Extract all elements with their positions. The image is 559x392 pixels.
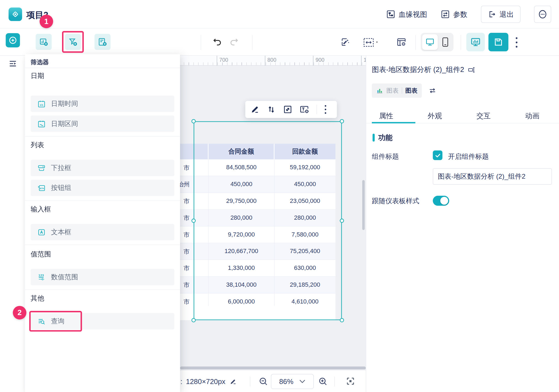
resize-mode-dropdown[interactable]: [363, 37, 379, 48]
app-logo-icon: [9, 7, 22, 21]
add-chart-button[interactable]: [36, 34, 52, 50]
enable-title-checkbox[interactable]: [433, 151, 442, 160]
cell-payment: 4,610,000: [275, 293, 335, 306]
filter-category-other: 其他: [31, 294, 44, 303]
query-search-icon: [37, 317, 46, 325]
params-button[interactable]: 参数: [441, 9, 467, 19]
filter-item-dropdown[interactable]: 下拉框: [31, 160, 174, 176]
calendar-range-icon: [37, 120, 46, 128]
properties-tab[interactable]: 外观: [428, 111, 442, 121]
mobile-view-button[interactable]: [439, 34, 452, 50]
filter-panel-title: 筛选器: [31, 58, 49, 66]
column-header-payment: 回款金额: [275, 144, 335, 159]
cell-payment: 29,185,200: [275, 277, 335, 294]
properties-tab[interactable]: 属性: [379, 111, 393, 121]
zoom-level-dropdown[interactable]: 86%: [271, 374, 314, 389]
header: 项目2 血缘视图: [0, 0, 559, 28]
filter-item-datetime[interactable]: 1/1 日期时间: [31, 96, 174, 112]
cell-contract: 1,330,000: [209, 260, 275, 277]
add-form-button[interactable]: [95, 34, 111, 50]
column-header-contract: 合同金额: [209, 144, 275, 159]
widget-more-icon[interactable]: [324, 104, 327, 114]
filter-item-query[interactable]: 查询: [31, 313, 174, 329]
svg-text:BTN: BTN: [40, 187, 44, 189]
exit-icon: [488, 10, 496, 18]
preview-button[interactable]: [466, 33, 485, 51]
selection-handle-top-right[interactable]: [340, 119, 344, 123]
filter-item-daterange[interactable]: 日期区间: [31, 116, 174, 132]
edit-widget-icon[interactable]: [250, 105, 260, 114]
filter-category-date: 日期: [31, 71, 44, 81]
chart-type-icon: [376, 87, 383, 94]
svg-text:1/1: 1/1: [40, 103, 43, 106]
cell-contract: 38,104,000: [209, 277, 275, 294]
cell-contract: 450,000: [209, 176, 275, 193]
annotation-step2-badge: 2: [13, 306, 26, 319]
switch-type-icon[interactable]: [428, 86, 437, 95]
canvas-size-value: 1280×720px: [186, 377, 225, 386]
widget-floating-toolbar: [245, 101, 337, 118]
save-button[interactable]: [488, 33, 508, 51]
redo-button[interactable]: [229, 37, 239, 47]
cell-contract: 84,508,500: [209, 159, 275, 176]
ellipsis-circle-icon: [538, 9, 547, 19]
filter-item-numberrange[interactable]: 123 数值范围: [31, 269, 174, 285]
canvas-vertical-scrollbar[interactable]: [362, 180, 365, 230]
cell-contract: 280,000: [209, 210, 275, 227]
function-section-title: 功能: [378, 133, 393, 143]
add-component-button[interactable]: [6, 33, 20, 47]
magic-wand-button[interactable]: [340, 37, 350, 47]
desktop-view-button[interactable]: [422, 34, 438, 50]
properties-panel: 图表-地区数据分析 (2)_组件2 图表: [366, 56, 559, 392]
layers-panel-toggle[interactable]: [8, 59, 18, 69]
cell-payment: 59,192,000: [275, 159, 335, 176]
ruler-label: 700: [217, 56, 228, 66]
follow-dashboard-style-toggle[interactable]: [433, 196, 449, 206]
edit-size-icon[interactable]: [229, 377, 238, 386]
cell-contract: 120,667,700: [209, 243, 275, 260]
ruler-label: 900: [313, 56, 324, 66]
fit-to-screen-button[interactable]: [346, 377, 355, 386]
rename-icon[interactable]: [468, 66, 475, 74]
selection-handle-mid-left[interactable]: [192, 219, 196, 223]
zoom-in-button[interactable]: [318, 377, 328, 386]
component-type-current: 图表: [405, 87, 418, 95]
component-title-input[interactable]: [433, 168, 552, 184]
ruler-label: 800: [265, 56, 276, 66]
toolbar: [0, 28, 559, 55]
cell-payment: 630,000: [275, 260, 335, 277]
move-widget-icon[interactable]: [267, 105, 276, 114]
undo-button[interactable]: [212, 37, 222, 47]
text-input-icon: [37, 228, 46, 236]
params-icon: [441, 10, 450, 19]
chevron-down-icon: [299, 379, 305, 384]
zoom-out-button[interactable]: [259, 377, 268, 386]
filter-category-range: 值范围: [31, 249, 51, 259]
widget-title-settings-icon[interactable]: [299, 105, 309, 114]
filter-item-buttongroup[interactable]: BTN 按钮组: [31, 180, 174, 196]
selection-handle-mid-right[interactable]: [340, 219, 344, 223]
lineage-view-button[interactable]: 血缘视图: [386, 9, 427, 19]
button-group-icon: BTN: [37, 184, 46, 192]
properties-tab[interactable]: 交互: [476, 111, 491, 121]
more-menu-button[interactable]: [534, 6, 551, 23]
properties-tab[interactable]: 动画: [525, 111, 539, 121]
expand-widget-icon[interactable]: [283, 105, 292, 114]
exit-button[interactable]: 退出: [481, 6, 521, 23]
toolbar-more-button[interactable]: [515, 36, 518, 49]
component-title-row: 图表-地区数据分析 (2)_组件2: [372, 65, 475, 74]
filter-item-textbox[interactable]: 文本框: [31, 224, 174, 240]
selection-handle-bottom-right[interactable]: [340, 318, 344, 323]
zoom-value: 86%: [279, 377, 294, 386]
cell-contract: 9,720,000: [209, 226, 275, 243]
selection-handle-top-left[interactable]: [192, 119, 196, 123]
cell-contract: 29,750,000: [209, 193, 275, 210]
add-filter-button[interactable]: [65, 34, 81, 50]
ruler-label: 1000: [361, 56, 366, 66]
selection-handle-bottom-left[interactable]: [192, 318, 196, 323]
component-type-parent: 图表: [386, 87, 399, 95]
component-type-chip[interactable]: 图表 图表: [372, 84, 422, 98]
layout-settings-button[interactable]: [396, 37, 406, 47]
canvas-horizontal-scrollbar[interactable]: [180, 367, 366, 369]
number-range-icon: 123: [37, 273, 46, 281]
